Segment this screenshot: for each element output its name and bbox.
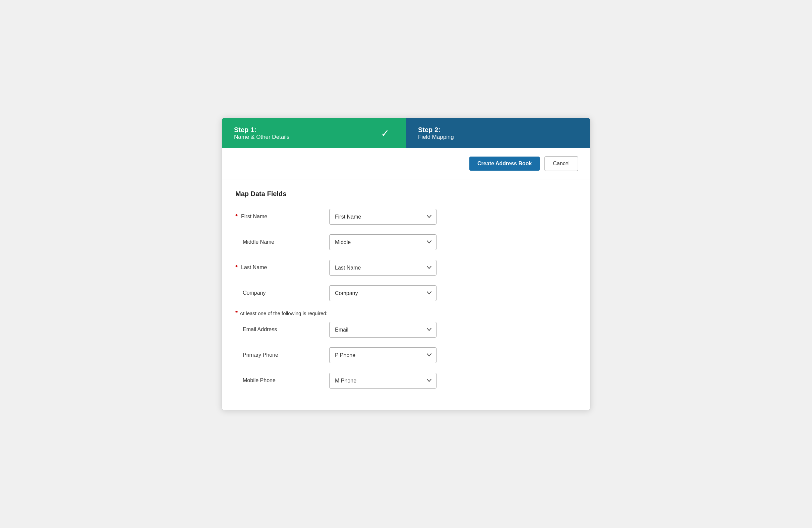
- step-1: Step 1: Name & Other Details ✓: [222, 118, 406, 148]
- email-address-control: Email: [329, 322, 436, 338]
- last-name-control: Last Name: [329, 260, 436, 276]
- step-1-number: Step 1:: [234, 126, 289, 134]
- cancel-button[interactable]: Cancel: [545, 156, 578, 171]
- main-content: Map Data Fields * First Name First Name …: [222, 179, 590, 410]
- mobile-phone-label: Mobile Phone: [235, 378, 276, 383]
- middle-name-label: Middle Name: [235, 239, 274, 245]
- section-title: Map Data Fields: [235, 190, 577, 198]
- middle-name-select[interactable]: Middle: [329, 234, 436, 250]
- primary-phone-row: Primary Phone P Phone: [235, 346, 577, 364]
- primary-phone-select[interactable]: P Phone: [329, 347, 436, 363]
- last-name-label: Last Name: [241, 264, 267, 270]
- step-1-text: Step 1: Name & Other Details: [234, 126, 289, 141]
- group-required-star: *: [235, 310, 238, 317]
- company-label-col: Company: [235, 290, 329, 296]
- company-control: Company: [329, 285, 436, 301]
- email-address-label: Email Address: [235, 326, 277, 333]
- mobile-phone-label-col: Mobile Phone: [235, 378, 329, 383]
- company-row: Company Company: [235, 283, 577, 303]
- mobile-phone-control: M Phone: [329, 373, 436, 388]
- step-2-text: Step 2: Field Mapping: [418, 126, 454, 141]
- group-note-text: At least one of the following is require…: [240, 309, 328, 317]
- mobile-phone-row: Mobile Phone M Phone: [235, 371, 577, 390]
- toolbar: Create Address Book Cancel: [222, 148, 590, 179]
- first-name-required-star: *: [235, 213, 238, 220]
- modal-container: Step 1: Name & Other Details ✓ Step 2: F…: [222, 118, 590, 410]
- first-name-control: First Name: [329, 209, 436, 225]
- step-1-label: Name & Other Details: [234, 134, 289, 141]
- email-address-row: Email Address Email: [235, 320, 577, 339]
- company-select[interactable]: Company: [329, 285, 436, 301]
- group-note-col: * At least one of the following is requi…: [235, 309, 329, 317]
- first-name-row: * First Name First Name: [235, 207, 577, 226]
- first-name-label: First Name: [241, 214, 267, 220]
- step-1-checkmark: ✓: [381, 127, 389, 139]
- steps-header: Step 1: Name & Other Details ✓ Step 2: F…: [222, 118, 590, 148]
- first-name-select[interactable]: First Name: [329, 209, 436, 225]
- primary-phone-label: Primary Phone: [235, 352, 278, 358]
- group-note-row: * At least one of the following is requi…: [235, 309, 577, 317]
- company-label: Company: [235, 290, 265, 296]
- middle-name-label-col: Middle Name: [235, 239, 329, 245]
- step-2: Step 2: Field Mapping: [406, 118, 590, 148]
- email-address-label-col: Email Address: [235, 326, 329, 333]
- first-name-label-col: * First Name: [235, 213, 329, 220]
- mobile-phone-select[interactable]: M Phone: [329, 373, 436, 388]
- last-name-label-col: * Last Name: [235, 264, 329, 271]
- last-name-required-star: *: [235, 264, 238, 271]
- middle-name-control: Middle: [329, 234, 436, 250]
- primary-phone-label-col: Primary Phone: [235, 352, 329, 358]
- middle-name-row: Middle Name Middle: [235, 233, 577, 251]
- step-2-number: Step 2:: [418, 126, 454, 134]
- email-address-select[interactable]: Email: [329, 322, 436, 338]
- last-name-row: * Last Name Last Name: [235, 258, 577, 277]
- last-name-select[interactable]: Last Name: [329, 260, 436, 276]
- step-2-label: Field Mapping: [418, 134, 454, 141]
- create-address-book-button[interactable]: Create Address Book: [469, 157, 540, 171]
- primary-phone-control: P Phone: [329, 347, 436, 363]
